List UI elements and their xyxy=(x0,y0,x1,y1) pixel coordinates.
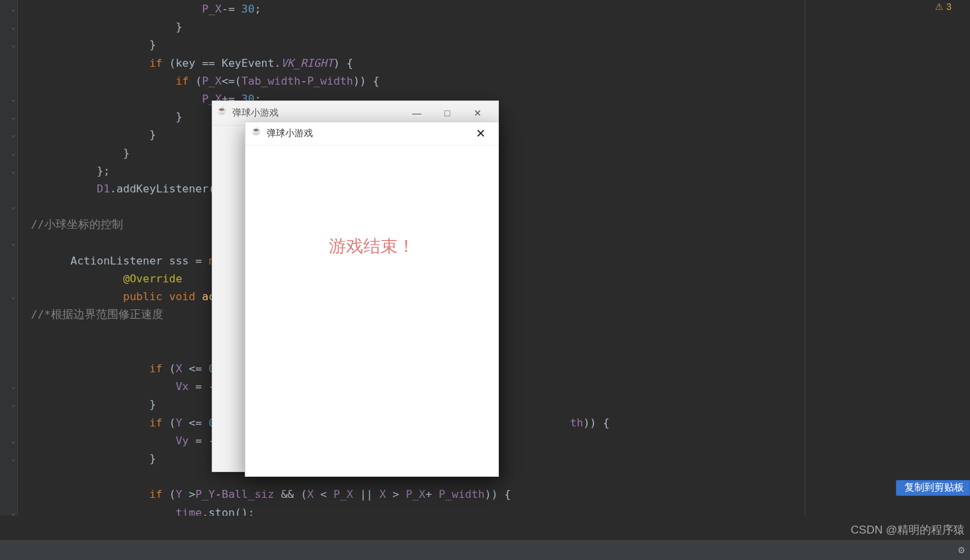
java-icon xyxy=(252,128,263,139)
close-button[interactable]: ✕ xyxy=(463,108,493,118)
fold-toggle[interactable]: ⌄ xyxy=(10,149,17,156)
fold-toggle[interactable]: ⌄ xyxy=(10,167,17,174)
ide-status-bar: ⚙ xyxy=(0,540,970,560)
fold-toggle[interactable]: ⌄ xyxy=(10,383,17,389)
fold-toggle[interactable]: ⌄ xyxy=(10,455,17,461)
fold-toggle[interactable]: ⌄ xyxy=(10,131,17,138)
csdn-watermark: CSDN @精明的程序猿 xyxy=(851,522,965,538)
maximize-button[interactable]: □ xyxy=(432,108,463,118)
fold-toggle[interactable]: ⌄ xyxy=(10,23,17,30)
dialog-titlebar[interactable]: 弹球小游戏 ✕ xyxy=(245,122,498,145)
editor-gutter: ⌄⌄⌄⌄⌄⌄⌄⌄⌄⌄⌄⌄⌄⌄⌄⌄ xyxy=(0,0,18,516)
dialog-title: 弹球小游戏 xyxy=(267,128,313,140)
fold-toggle[interactable]: ⌄ xyxy=(10,293,17,300)
java-icon xyxy=(218,108,228,118)
fold-toggle[interactable]: ⌄ xyxy=(10,401,17,407)
game-canvas: 游戏结束！ xyxy=(245,145,498,477)
fold-toggle[interactable]: ⌄ xyxy=(10,5,17,12)
game-dialog-window[interactable]: 弹球小游戏 ✕ 游戏结束！ xyxy=(245,122,499,477)
settings-gear-icon[interactable]: ⚙ xyxy=(958,543,965,556)
fold-toggle[interactable]: ⌄ xyxy=(10,95,17,102)
fold-toggle[interactable]: ⌄ xyxy=(10,437,17,444)
fold-toggle[interactable]: ⌄ xyxy=(10,239,17,246)
copy-to-clipboard-button[interactable]: 复制到剪贴板 xyxy=(896,480,970,496)
minimize-button[interactable]: — xyxy=(402,108,432,118)
parent-window-title: 弹球小游戏 xyxy=(232,107,279,119)
fold-toggle[interactable]: ⌄ xyxy=(10,113,17,120)
warning-icon: ⚠ xyxy=(935,1,944,12)
game-over-text: 游戏结束！ xyxy=(245,235,498,258)
dialog-close-button[interactable]: ✕ xyxy=(469,126,492,141)
fold-toggle[interactable]: ⌄ xyxy=(10,41,17,48)
ide-viewport: ⌄⌄⌄⌄⌄⌄⌄⌄⌄⌄⌄⌄⌄⌄⌄⌄ P_X-= 30; } } if (key =… xyxy=(0,0,970,560)
fold-toggle[interactable]: ⌄ xyxy=(10,203,17,210)
fold-toggle[interactable]: ⌄ xyxy=(10,509,17,516)
editor-right-margin xyxy=(805,0,805,516)
warning-count: 3 xyxy=(946,1,951,12)
warnings-indicator[interactable]: ⚠ 3 xyxy=(935,1,951,12)
